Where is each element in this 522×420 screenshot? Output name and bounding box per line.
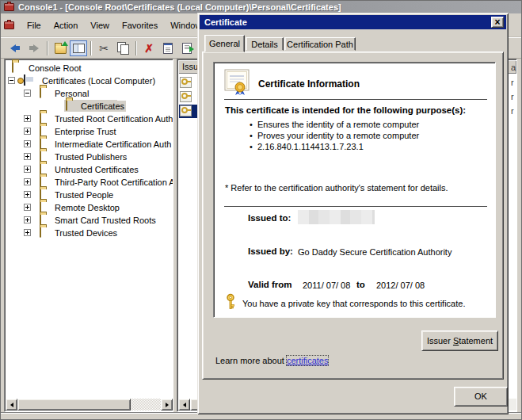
dialog-titlebar[interactable]: Certificate × [200,15,506,29]
cut-icon[interactable]: ✂ [94,40,113,57]
tree-item-label[interactable]: Third-Party Root Certification A [53,177,173,188]
tree-item-label[interactable]: Certificates [79,101,126,112]
console-window-icon[interactable] [4,21,14,29]
menu-file[interactable]: File [21,18,48,32]
expand-plus-icon[interactable] [24,115,31,122]
mmc-console-icon [4,3,14,11]
expand-plus-icon[interactable] [24,216,31,223]
valid-to-date: 2012/ 07/ 08 [376,281,425,290]
tree-item-untrusted-certificates[interactable]: Untrusted Certificates [5,163,173,176]
folder-icon [40,113,41,124]
folder-icon [40,125,41,136]
folder-icon [40,87,41,98]
delete-icon[interactable]: ✗ [139,40,158,57]
valid-to-word: to [356,280,365,289]
tree-item-label[interactable]: Console Root [27,63,83,74]
expand-plus-icon[interactable] [24,178,31,185]
menu-view[interactable]: View [84,18,116,32]
clipped-text-fragment: a [511,63,517,72]
valid-from-label: Valid from [248,280,292,289]
tree-item-enterprise-trust[interactable]: Enterprise Trust [5,125,173,138]
tree-item-intermediate-certification-authorities[interactable]: Intermediate Certification Auth [5,138,173,151]
tree-item-label[interactable]: Enterprise Trust [53,126,118,137]
scroll-left-icon[interactable] [6,399,17,410]
close-icon[interactable]: × [491,17,504,28]
certificates-link[interactable]: certificates [287,356,329,365]
collapse-minus-icon[interactable] [8,77,15,84]
issuer-statement-button[interactable]: Issuer Statement [421,330,498,351]
expand-plus-icon[interactable] [24,229,31,236]
scrollbar-track[interactable] [131,399,161,410]
clipped-text-fragment: r [511,78,517,87]
certificate-dialog: Certificate × General Details Certificat… [197,13,509,414]
expand-plus-icon[interactable] [24,153,31,160]
tree-item-label[interactable]: Trusted Publishers [53,151,128,162]
tree-item-trusted-devices[interactable]: Trusted Devices [5,227,173,239]
tab-certification-path[interactable]: Certification Path [284,37,356,51]
menu-action[interactable]: Action [48,18,85,32]
collapse-minus-icon[interactable] [24,90,31,97]
tab-general[interactable]: General [204,35,245,52]
tree-item-certificates[interactable]: Certificates [5,100,173,113]
certificate-key-icon [180,91,192,102]
mmc-window: Console1 - [Console Root\Certificates (L… [0,0,522,420]
certificate-info-box: Certificate Information This certificate… [213,62,496,318]
clipped-text-fragment: r [511,106,517,116]
tree-item-remote-desktop[interactable]: Remote Desktop [5,201,173,214]
tree-item-personal[interactable]: Personal [5,87,173,100]
certificate-store-icon [24,74,25,86]
folder-icon [40,201,41,212]
window-titlebar[interactable]: Console1 - [Console Root\Certificates (L… [1,1,522,13]
tab-details[interactable]: Details [246,37,284,51]
show-hide-console-tree-icon[interactable] [70,40,87,56]
copy-icon[interactable] [113,40,132,57]
scroll-left-icon[interactable] [178,399,190,410]
up-one-level-icon[interactable] [51,40,70,57]
toolbar-separator [135,41,136,55]
tree-item-label[interactable]: Certificates (Local Computer) [40,75,157,86]
tree-item-console-root[interactable]: Console Root [5,62,173,74]
clipped-text-fragment: r [511,92,517,101]
back-icon[interactable] [6,40,25,57]
certificate-key-icon [180,77,192,88]
tree-item-label[interactable]: Intermediate Certification Auth [53,139,173,150]
tree-item-label[interactable]: Trusted Devices [53,227,119,239]
properties-icon[interactable] [158,40,177,57]
tree-item-trusted-people[interactable]: Trusted People [5,189,173,201]
certificate-icon [224,69,253,97]
tree-item-label[interactable]: Remote Desktop [53,202,121,213]
scrollbar-thumb[interactable] [17,399,131,410]
menu-favorites[interactable]: Favorites [116,18,164,32]
expand-plus-icon[interactable] [24,166,31,173]
scroll-right-icon[interactable] [161,399,173,410]
export-list-icon[interactable] [177,40,196,57]
tree-item-certificates-local-computer[interactable]: Certificates (Local Computer) [5,74,173,87]
expand-plus-icon[interactable] [24,128,31,135]
tree-item-third-party-root-certification-authorities[interactable]: Third-Party Root Certification A [5,176,173,189]
certificate-information-heading: Certificate Information [258,78,360,90]
purpose-list: •Ensures the identity of a remote comput… [250,119,419,152]
expand-plus-icon[interactable] [24,140,31,147]
expand-plus-icon[interactable] [24,191,31,198]
tree-item-trusted-root-certification-authorities[interactable]: Trusted Root Certification Auth [5,113,173,125]
forward-icon[interactable] [25,40,44,57]
tree-horizontal-scrollbar[interactable] [6,399,173,410]
purpose-item: •2.16.840.1.114413.1.7.23.1 [250,141,419,152]
tree-item-label[interactable]: Smart Card Trusted Roots [53,215,158,226]
tree-item-smart-card-trusted-roots[interactable]: Smart Card Trusted Roots [5,214,173,227]
folder-icon [40,176,41,187]
tree-item-label[interactable]: Trusted Root Certification Auth [53,113,173,124]
tree-item-label[interactable]: Untrusted Certificates [53,164,140,175]
tree-item-trusted-publishers[interactable]: Trusted Publishers [5,151,173,163]
toolbar-separator [90,41,91,55]
console-tree-pane: Console Root Certificates (Local Compute… [4,59,173,412]
ok-button[interactable]: OK [454,387,508,407]
window-title: Console1 - [Console Root\Certificates (L… [18,2,341,12]
folder-icon [40,163,41,174]
certificate-key-icon [180,105,192,116]
expand-plus-icon[interactable] [24,204,31,211]
folder-icon [66,100,67,111]
tree-item-label[interactable]: Trusted People [53,189,115,200]
issued-by-value: Go Daddy Secure Certification Authority [298,247,452,257]
general-tab-page: Certificate Information This certificate… [202,52,504,380]
